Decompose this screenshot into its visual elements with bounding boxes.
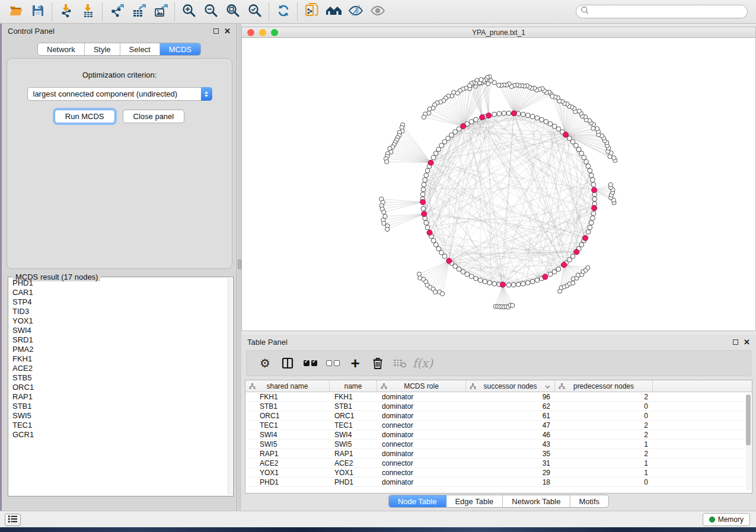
table-cell: connector (377, 440, 466, 448)
column-header-name[interactable]: name (330, 380, 377, 392)
refresh-button[interactable] (272, 2, 294, 21)
mcds-result-item[interactable]: YOX1 (9, 316, 228, 326)
settings-gear-icon[interactable]: ⚙ (257, 355, 273, 371)
search-input[interactable] (589, 7, 747, 17)
tab-motifs[interactable]: Motifs (570, 495, 608, 507)
mcds-result-item[interactable]: ORC1 (9, 383, 228, 392)
toolbar-search-field[interactable] (576, 5, 748, 18)
column-header-shared-name[interactable]: shared name (245, 380, 330, 392)
table-cell: TEC1 (330, 421, 377, 430)
open-file-button[interactable] (5, 2, 27, 21)
mcds-result-item[interactable]: STP4 (9, 297, 228, 307)
close-panel-icon[interactable]: ✕ (224, 28, 231, 34)
deselect-all-checkboxes-icon[interactable] (325, 355, 340, 371)
column-layout-icon[interactable] (280, 355, 295, 371)
mcds-result-item[interactable]: TID3 (9, 307, 228, 316)
column-header-MCDS-role[interactable]: MCDS role (377, 380, 466, 392)
tab-style[interactable]: Style (85, 43, 120, 55)
table-cell: 62 (466, 402, 555, 411)
mcds-result-item[interactable]: RAP1 (9, 392, 228, 402)
zoom-fit-button[interactable] (222, 2, 244, 21)
task-history-button[interactable] (5, 514, 21, 526)
zoom-out-button[interactable] (200, 2, 222, 21)
close-table-panel-icon[interactable]: ✕ (744, 339, 750, 345)
tab-network-table[interactable]: Network Table (503, 495, 570, 507)
save-session-button[interactable] (27, 2, 49, 21)
mcds-result-item[interactable]: FKH1 (9, 354, 228, 364)
import-table-button[interactable] (77, 2, 99, 21)
mcds-result-item[interactable]: CAR1 (9, 288, 228, 297)
mcds-result-list[interactable]: PHD1CAR1STP4TID3YOX1SWI4SRD1PMA2FKH1ACE2… (9, 278, 228, 495)
table-row[interactable]: TEC1TEC1connector472 (245, 421, 746, 430)
table-row[interactable]: FKH1FKH1dominator962 (245, 392, 746, 402)
tab-network[interactable]: Network (38, 43, 85, 55)
table-scrollbar[interactable] (746, 393, 751, 491)
zoom-out-icon (203, 3, 219, 21)
column-header-predecessor-nodes[interactable]: predecessor nodes (555, 380, 653, 392)
table-cell: 1 (555, 469, 653, 477)
table-cell: SWI4 (245, 431, 330, 439)
mcds-result-item[interactable]: GCR1 (9, 430, 228, 440)
zoom-fit-icon (225, 3, 241, 21)
tab-mcds[interactable]: MCDS (160, 43, 200, 55)
table-row[interactable]: SWI5SWI5connector431 (245, 440, 746, 449)
table-cell: 43 (466, 440, 555, 448)
network-canvas[interactable] (242, 38, 755, 331)
mcds-result-item[interactable]: PHD1 (9, 278, 228, 288)
export-table-button[interactable] (127, 2, 149, 21)
delete-column-trash-icon[interactable] (370, 355, 385, 371)
table-cell: dominator (377, 393, 466, 401)
save-floppy-icon (31, 4, 45, 20)
table-cell: RAP1 (245, 450, 330, 458)
table-cell: 2 (555, 393, 653, 401)
export-network-button[interactable] (106, 2, 127, 21)
table-cell: STB1 (245, 402, 330, 411)
hide-glasses-button[interactable] (344, 2, 366, 21)
table-row[interactable]: ACE2ACE2connector311 (245, 459, 746, 468)
mcds-result-item[interactable]: TEC1 (9, 421, 228, 430)
optimization-criterion-select[interactable]: largest connected component (undirected) (27, 87, 212, 101)
table-toolbar: ⚙ + f(x) (246, 350, 751, 376)
table-cell: 35 (466, 450, 555, 458)
show-eye-button[interactable] (366, 2, 388, 21)
mcds-list-scrollbar[interactable] (228, 278, 232, 495)
table-scrollbar-thumb[interactable] (746, 395, 751, 446)
toolbar-separator (102, 3, 103, 21)
share-document-button[interactable] (301, 2, 323, 21)
table-row[interactable]: STB1STB1dominator620 (245, 402, 746, 411)
add-column-icon[interactable]: + (347, 355, 363, 371)
network-window-titlebar[interactable]: YPA_prune.txt_1 (242, 27, 755, 38)
mcds-result-item[interactable]: SWI5 (9, 411, 228, 421)
table-panel-tabs: Node TableEdge TableNetwork TableMotifs (388, 495, 609, 508)
float-table-panel-icon[interactable] (733, 339, 738, 345)
memory-button[interactable]: Memory (703, 513, 750, 526)
home-pages-button[interactable] (323, 2, 344, 21)
table-row[interactable]: RAP1RAP1dominator352 (245, 449, 746, 459)
mcds-result-item[interactable]: SRD1 (9, 335, 228, 345)
table-row[interactable]: SWI4SWI4dominator462 (245, 430, 746, 440)
mcds-result-item[interactable]: PMA2 (9, 345, 228, 354)
mcds-result-item[interactable]: SWI4 (9, 326, 228, 335)
select-all-checkboxes-icon[interactable] (302, 355, 318, 371)
toolbar-separator (297, 3, 298, 21)
import-network-button[interactable] (55, 2, 77, 21)
zoom-selected-button[interactable] (244, 2, 266, 21)
mcds-result-item[interactable]: ACE2 (9, 364, 228, 373)
run-mcds-button[interactable]: Run MCDS (55, 110, 115, 123)
export-image-button[interactable] (149, 2, 171, 21)
close-panel-button[interactable]: Close panel (123, 110, 185, 123)
tab-node-table[interactable]: Node Table (389, 495, 446, 507)
tab-select[interactable]: Select (120, 43, 160, 55)
table-row[interactable]: YOX1YOX1connector291 (245, 468, 746, 477)
zoom-in-button[interactable] (178, 2, 200, 21)
control-panel-tabs: NetworkStyleSelectMCDS (37, 43, 201, 56)
mcds-result-item[interactable]: STB1 (9, 402, 228, 411)
tab-edge-table[interactable]: Edge Table (446, 495, 503, 507)
table-row[interactable]: ORC1ORC1dominator610 (245, 411, 746, 421)
table-row[interactable]: PHD1PHD1dominator180 (245, 477, 746, 487)
mcds-result-item[interactable]: STB5 (9, 373, 228, 383)
table-cell: 18 (466, 478, 555, 486)
table-cell: 46 (466, 431, 555, 439)
float-panel-icon[interactable] (213, 28, 219, 34)
column-header-successor-nodes[interactable]: successor nodes (466, 380, 555, 392)
